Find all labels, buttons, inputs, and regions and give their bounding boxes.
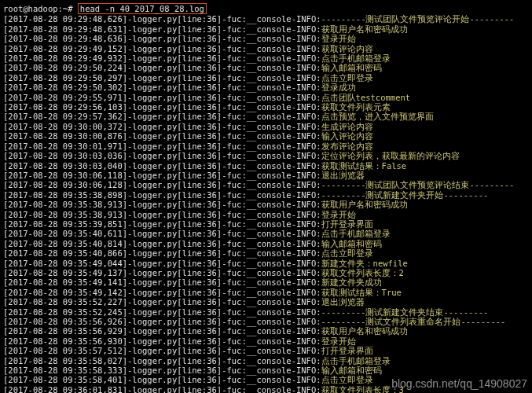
log-line: [2017-08-28 09:35:56,926]-logger.py[line… [3,317,529,326]
log-line: [2017-08-28 09:29:50,224]-logger.py[line… [3,63,529,72]
log-message: ---------测试文件列表重命名开始--------- [321,317,506,326]
log-message: 退出浏览器 [321,171,365,180]
log-line: [2017-08-28 09:35:49,044]-logger.py[line… [3,259,529,268]
log-message: 获取用户名和密码成功 [321,24,408,34]
log-message: ---------测试团队文件预览评论结束--------- [321,180,515,189]
log-message: 点击手机邮箱登录 [321,229,391,238]
log-message: 发布评论内容 [321,141,373,151]
shell-prompt-line: root@hadoop:~# head -n 40 2017_08_28.log [3,3,529,14]
log-line: [2017-08-28 09:35:56,929]-logger.py[line… [3,326,529,336]
log-line: [2017-08-28 09:35:49,137]-logger.py[line… [3,268,529,277]
log-line: [2017-08-28 09:30:00,372]-logger.py[line… [3,122,529,131]
log-message: 点击手机邮箱登录 [321,53,391,63]
log-message: 获取测试结果：False [321,161,407,171]
log-line: [2017-08-28 09:29:55,971]-logger.py[line… [3,93,529,102]
log-line: [2017-08-28 09:35:38,913]-logger.py[line… [3,200,529,209]
log-line: [2017-08-28 09:35:49,141]-logger.py[line… [3,277,529,287]
log-message: 获取文件列表元素 [321,102,391,112]
log-message: 打开登录界面 [321,346,373,355]
log-line: [2017-08-28 09:30:03,036]-logger.py[line… [3,151,529,160]
log-message: 点击手机邮箱登录 [321,356,391,365]
log-message: 点击立即登录 [321,73,373,83]
log-line: [2017-08-28 09:29:49,152]-logger.py[line… [3,44,529,53]
log-line: [2017-08-28 09:29:50,297]-logger.py[line… [3,73,529,83]
log-message: ---------测试团队文件预览评论开始--------- [321,14,515,24]
log-line: [2017-08-28 09:29:48,636]-logger.py[line… [3,34,529,43]
log-line: [2017-08-28 09:35:38,913]-logger.py[line… [3,210,529,219]
log-message: 登录开始 [321,34,356,43]
log-line: [2017-08-28 09:29:48,631]-logger.py[line… [3,24,529,34]
log-message: 输入评论内容 [321,131,373,141]
log-message: 输入邮箱和密码 [321,239,382,248]
log-line: [2017-08-28 09:30:06,128]-logger.py[line… [3,180,529,189]
log-message: 退出浏览器 [321,297,365,307]
log-message: 获取测试结果：True [321,288,402,297]
log-line: [2017-08-28 09:35:39,851]-logger.py[line… [3,219,529,229]
log-line: [2017-08-28 09:35:49,142]-logger.py[line… [3,288,529,297]
log-line: [2017-08-28 09:35:38,898]-logger.py[line… [3,190,529,200]
log-line: [2017-08-28 09:35:57,512]-logger.py[line… [3,346,529,355]
log-line: [2017-08-28 09:30:00,876]-logger.py[line… [3,131,529,141]
log-line: [2017-08-28 09:30:03,040]-logger.py[line… [3,161,529,171]
log-message: ---------测试新建文件夹开始--------- [321,190,489,200]
log-message: 点击预览，进入文件预览界面 [321,112,434,121]
log-line: [2017-08-28 09:29:57,362]-logger.py[line… [3,112,529,121]
log-message: 登录成功 [321,83,356,92]
log-message: 输入邮箱和密码 [321,365,382,375]
log-message: 点击团队testcomment [321,93,411,102]
terminal-output: root@hadoop:~# head -n 40 2017_08_28.log… [3,3,529,393]
log-message: 登录开始 [321,210,356,219]
prompt-command[interactable]: head -n 40 2017_08_28.log [78,3,207,14]
log-line: [2017-08-28 09:29:56,103]-logger.py[line… [3,102,529,112]
prompt-user-host: root@hadoop:~# [3,4,78,13]
log-message: 获取评论内容 [321,44,373,53]
log-line: [2017-08-28 09:29:50,302]-logger.py[line… [3,83,529,92]
log-message: 获取用户名和密码成功 [321,200,408,209]
log-line: [2017-08-28 09:35:40,611]-logger.py[line… [3,229,529,238]
log-line: [2017-08-28 09:35:40,814]-logger.py[line… [3,239,529,248]
log-line: [2017-08-28 09:35:52,227]-logger.py[line… [3,297,529,307]
log-line: [2017-08-28 09:35:52,245]-logger.py[line… [3,307,529,317]
log-message: 打开登录界面 [321,219,373,229]
log-line: [2017-08-28 09:35:58,333]-logger.py[line… [3,365,529,375]
log-message: 输入邮箱和密码 [321,63,382,72]
watermark: blog.csdn.net/qq_14908027 [391,379,527,388]
log-line: [2017-08-28 09:35:58,027]-logger.py[line… [3,356,529,365]
log-message: 登录开始 [321,336,356,346]
log-line: [2017-08-28 09:29:48,626]-logger.py[line… [3,14,529,24]
log-message: 点击立即登录 [321,248,373,258]
log-message: 定位评论列表，获取最新的评论内容 [321,151,460,160]
log-message: ---------测试新建文件夹结束--------- [321,307,489,317]
log-line: [2017-08-28 09:35:40,866]-logger.py[line… [3,248,529,258]
log-message: 获取文件列表长度：2 [321,268,404,277]
log-message: 新建文件夹成功 [321,277,382,287]
log-message: 点击立即登录 [321,375,373,384]
log-message: 生成评论内容 [321,122,373,131]
log-line: [2017-08-28 09:30:01,971]-logger.py[line… [3,141,529,151]
log-line: [2017-08-28 09:29:49,932]-logger.py[line… [3,53,529,63]
log-line: [2017-08-28 09:35:56,930]-logger.py[line… [3,336,529,346]
log-message: 新建文件夹：newfile [321,259,408,268]
log-line: [2017-08-28 09:30:06,118]-logger.py[line… [3,171,529,180]
log-message: 获取用户名和密码成功 [321,326,408,336]
